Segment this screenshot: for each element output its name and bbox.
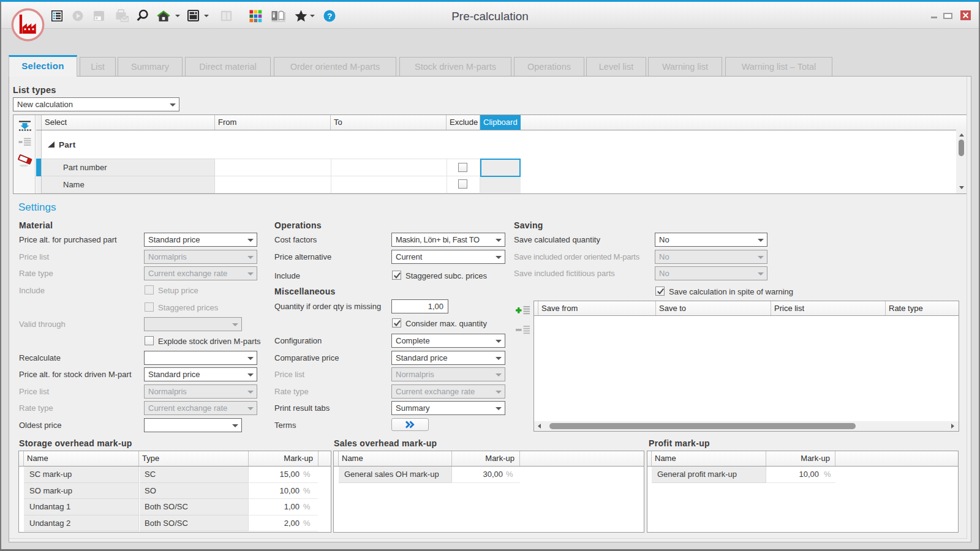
svg-text:?: ? [327, 12, 332, 21]
